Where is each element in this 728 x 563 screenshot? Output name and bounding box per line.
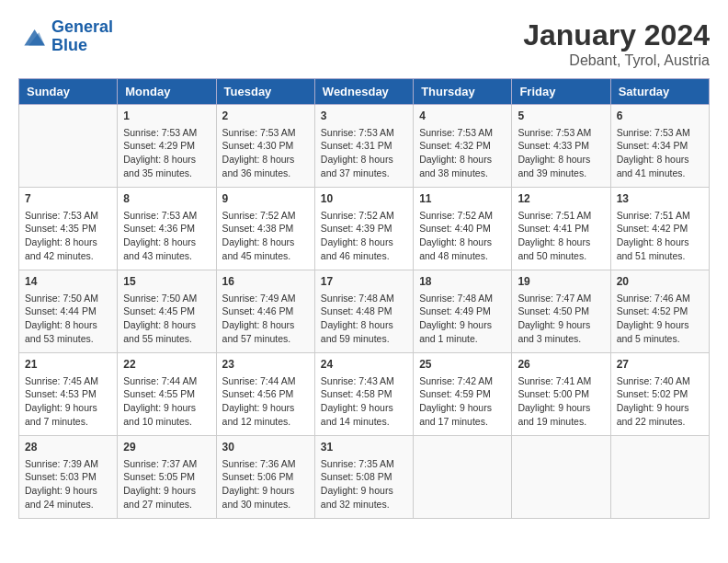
day-info: Sunrise: 7:44 AM Sunset: 4:56 PM Dayligh… [222, 374, 309, 429]
day-cell: 30Sunrise: 7:36 AM Sunset: 5:06 PM Dayli… [216, 436, 314, 519]
day-info: Sunrise: 7:53 AM Sunset: 4:33 PM Dayligh… [518, 126, 604, 180]
day-cell: 18Sunrise: 7:48 AM Sunset: 4:49 PM Dayli… [414, 270, 512, 353]
day-cell [512, 436, 610, 519]
day-info: Sunrise: 7:51 AM Sunset: 4:42 PM Dayligh… [617, 209, 703, 263]
day-cell: 26Sunrise: 7:41 AM Sunset: 5:00 PM Dayli… [512, 353, 610, 436]
day-number: 26 [518, 357, 604, 373]
calendar-body: 1Sunrise: 7:53 AM Sunset: 4:29 PM Daylig… [19, 105, 710, 519]
day-info: Sunrise: 7:39 AM Sunset: 5:03 PM Dayligh… [25, 457, 111, 511]
day-info: Sunrise: 7:53 AM Sunset: 4:36 PM Dayligh… [123, 209, 210, 263]
day-number: 29 [123, 440, 210, 455]
day-number: 2 [222, 109, 309, 124]
day-info: Sunrise: 7:52 AM Sunset: 4:39 PM Dayligh… [321, 209, 407, 263]
calendar-table: SundayMondayTuesdayWednesdayThursdayFrid… [18, 78, 710, 519]
day-info: Sunrise: 7:52 AM Sunset: 4:38 PM Dayligh… [222, 209, 309, 263]
day-cell: 20Sunrise: 7:46 AM Sunset: 4:52 PM Dayli… [610, 270, 709, 353]
day-number: 21 [25, 357, 111, 373]
day-cell: 8Sunrise: 7:53 AM Sunset: 4:36 PM Daylig… [118, 188, 216, 270]
day-cell: 12Sunrise: 7:51 AM Sunset: 4:41 PM Dayli… [512, 188, 610, 270]
day-cell: 14Sunrise: 7:50 AM Sunset: 4:44 PM Dayli… [19, 270, 118, 353]
week-row-3: 14Sunrise: 7:50 AM Sunset: 4:44 PM Dayli… [19, 270, 710, 353]
day-number: 10 [321, 191, 407, 207]
day-info: Sunrise: 7:42 AM Sunset: 4:59 PM Dayligh… [419, 374, 506, 429]
day-info: Sunrise: 7:53 AM Sunset: 4:32 PM Dayligh… [419, 126, 506, 180]
day-number: 12 [518, 191, 604, 207]
day-cell: 19Sunrise: 7:47 AM Sunset: 4:50 PM Dayli… [512, 270, 610, 353]
day-cell [19, 105, 118, 188]
day-cell [610, 436, 709, 519]
day-info: Sunrise: 7:37 AM Sunset: 5:05 PM Dayligh… [123, 457, 210, 511]
day-cell: 25Sunrise: 7:42 AM Sunset: 4:59 PM Dayli… [414, 353, 512, 436]
logo: General Blue [18, 18, 113, 55]
day-number: 28 [25, 440, 111, 455]
day-cell: 2Sunrise: 7:53 AM Sunset: 4:30 PM Daylig… [216, 105, 314, 188]
day-cell: 24Sunrise: 7:43 AM Sunset: 4:58 PM Dayli… [314, 353, 413, 436]
day-info: Sunrise: 7:52 AM Sunset: 4:40 PM Dayligh… [419, 209, 506, 263]
day-info: Sunrise: 7:45 AM Sunset: 4:53 PM Dayligh… [25, 374, 111, 429]
day-info: Sunrise: 7:50 AM Sunset: 4:45 PM Dayligh… [123, 292, 210, 346]
day-number: 1 [123, 109, 210, 124]
day-cell: 1Sunrise: 7:53 AM Sunset: 4:29 PM Daylig… [118, 105, 216, 188]
day-cell: 22Sunrise: 7:44 AM Sunset: 4:55 PM Dayli… [118, 353, 216, 436]
day-number: 20 [617, 274, 703, 290]
day-number: 4 [419, 109, 506, 124]
header-day-thursday: Thursday [414, 79, 512, 105]
week-row-1: 1Sunrise: 7:53 AM Sunset: 4:29 PM Daylig… [19, 105, 710, 188]
day-info: Sunrise: 7:53 AM Sunset: 4:31 PM Dayligh… [321, 126, 407, 180]
calendar-title: January 2024 [523, 18, 710, 52]
day-info: Sunrise: 7:53 AM Sunset: 4:34 PM Dayligh… [617, 126, 703, 180]
day-info: Sunrise: 7:47 AM Sunset: 4:50 PM Dayligh… [518, 292, 604, 346]
day-number: 19 [518, 274, 604, 290]
day-cell: 4Sunrise: 7:53 AM Sunset: 4:32 PM Daylig… [414, 105, 512, 188]
day-number: 14 [25, 274, 111, 290]
title-block: January 2024 Debant, Tyrol, Austria [523, 18, 710, 69]
day-cell: 3Sunrise: 7:53 AM Sunset: 4:31 PM Daylig… [314, 105, 413, 188]
day-cell: 16Sunrise: 7:49 AM Sunset: 4:46 PM Dayli… [216, 270, 314, 353]
day-number: 22 [123, 357, 210, 373]
calendar-subtitle: Debant, Tyrol, Austria [523, 52, 710, 69]
day-info: Sunrise: 7:48 AM Sunset: 4:49 PM Dayligh… [419, 292, 506, 346]
day-number: 7 [25, 191, 111, 207]
week-row-2: 7Sunrise: 7:53 AM Sunset: 4:35 PM Daylig… [19, 188, 710, 270]
day-info: Sunrise: 7:40 AM Sunset: 5:02 PM Dayligh… [617, 374, 703, 429]
header-day-wednesday: Wednesday [314, 79, 413, 105]
logo-icon [18, 22, 48, 52]
day-number: 8 [123, 191, 210, 207]
day-cell: 10Sunrise: 7:52 AM Sunset: 4:39 PM Dayli… [314, 188, 413, 270]
week-row-4: 21Sunrise: 7:45 AM Sunset: 4:53 PM Dayli… [19, 353, 710, 436]
header-day-friday: Friday [512, 79, 610, 105]
day-cell: 5Sunrise: 7:53 AM Sunset: 4:33 PM Daylig… [512, 105, 610, 188]
day-info: Sunrise: 7:41 AM Sunset: 5:00 PM Dayligh… [518, 374, 604, 429]
logo-text: General Blue [51, 18, 113, 55]
day-cell: 11Sunrise: 7:52 AM Sunset: 4:40 PM Dayli… [414, 188, 512, 270]
day-number: 9 [222, 191, 309, 207]
page-header: General Blue January 2024 Debant, Tyrol,… [18, 18, 710, 69]
header-day-tuesday: Tuesday [216, 79, 314, 105]
day-cell: 31Sunrise: 7:35 AM Sunset: 5:08 PM Dayli… [314, 436, 413, 519]
day-cell: 9Sunrise: 7:52 AM Sunset: 4:38 PM Daylig… [216, 188, 314, 270]
day-info: Sunrise: 7:51 AM Sunset: 4:41 PM Dayligh… [518, 209, 604, 263]
day-info: Sunrise: 7:53 AM Sunset: 4:35 PM Dayligh… [25, 209, 111, 263]
day-cell: 13Sunrise: 7:51 AM Sunset: 4:42 PM Dayli… [610, 188, 709, 270]
logo-general: General [51, 17, 113, 36]
day-info: Sunrise: 7:44 AM Sunset: 4:55 PM Dayligh… [123, 374, 210, 429]
day-info: Sunrise: 7:36 AM Sunset: 5:06 PM Dayligh… [222, 457, 309, 511]
day-info: Sunrise: 7:48 AM Sunset: 4:48 PM Dayligh… [321, 292, 407, 346]
day-number: 13 [617, 191, 703, 207]
day-number: 5 [518, 109, 604, 124]
day-info: Sunrise: 7:50 AM Sunset: 4:44 PM Dayligh… [25, 292, 111, 346]
day-number: 16 [222, 274, 309, 290]
day-cell: 17Sunrise: 7:48 AM Sunset: 4:48 PM Dayli… [314, 270, 413, 353]
day-info: Sunrise: 7:35 AM Sunset: 5:08 PM Dayligh… [321, 457, 407, 511]
day-cell: 27Sunrise: 7:40 AM Sunset: 5:02 PM Dayli… [610, 353, 709, 436]
day-info: Sunrise: 7:43 AM Sunset: 4:58 PM Dayligh… [321, 374, 407, 429]
day-cell [414, 436, 512, 519]
day-number: 15 [123, 274, 210, 290]
day-info: Sunrise: 7:46 AM Sunset: 4:52 PM Dayligh… [617, 292, 703, 346]
day-cell: 23Sunrise: 7:44 AM Sunset: 4:56 PM Dayli… [216, 353, 314, 436]
day-number: 31 [321, 440, 407, 455]
day-number: 3 [321, 109, 407, 124]
day-cell: 21Sunrise: 7:45 AM Sunset: 4:53 PM Dayli… [19, 353, 118, 436]
day-number: 18 [419, 274, 506, 290]
calendar-header: SundayMondayTuesdayWednesdayThursdayFrid… [19, 79, 710, 105]
